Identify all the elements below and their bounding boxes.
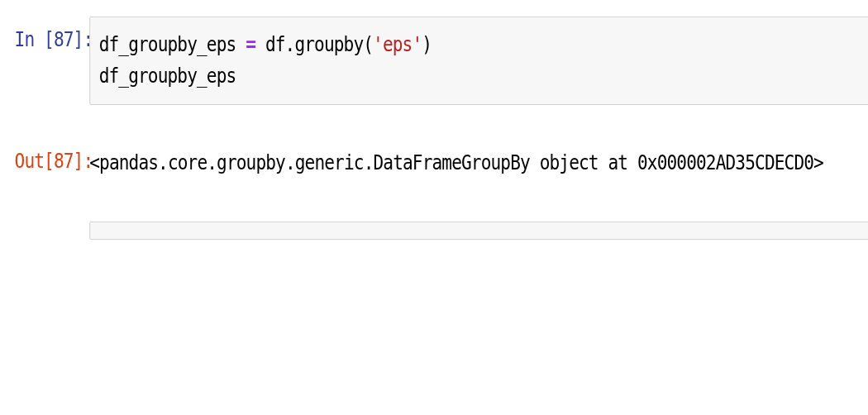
code-token: df_groupby_eps: [99, 33, 246, 56]
code-input[interactable]: df_groupby_eps = df.groupby('eps') df_gr…: [89, 17, 868, 105]
code-token-operator: =: [246, 33, 255, 56]
output-text: <pandas.core.groupby.generic.DataFrameGr…: [89, 138, 868, 189]
code-token-string: 'eps': [373, 33, 422, 56]
output-cell: Out[87]: <pandas.core.groupby.generic.Da…: [15, 138, 868, 189]
in-prompt: In [87]:: [15, 17, 90, 51]
code-token: ): [422, 33, 432, 56]
out-prompt: Out[87]:: [15, 138, 90, 173]
empty-code-input[interactable]: [89, 222, 868, 240]
code-token: df.groupby(: [255, 33, 373, 56]
empty-prompt: [15, 222, 90, 233]
code-token: df_groupby_eps: [99, 64, 236, 88]
next-input-cell: [15, 222, 868, 240]
input-cell: In [87]: df_groupby_eps = df.groupby('ep…: [15, 17, 868, 105]
